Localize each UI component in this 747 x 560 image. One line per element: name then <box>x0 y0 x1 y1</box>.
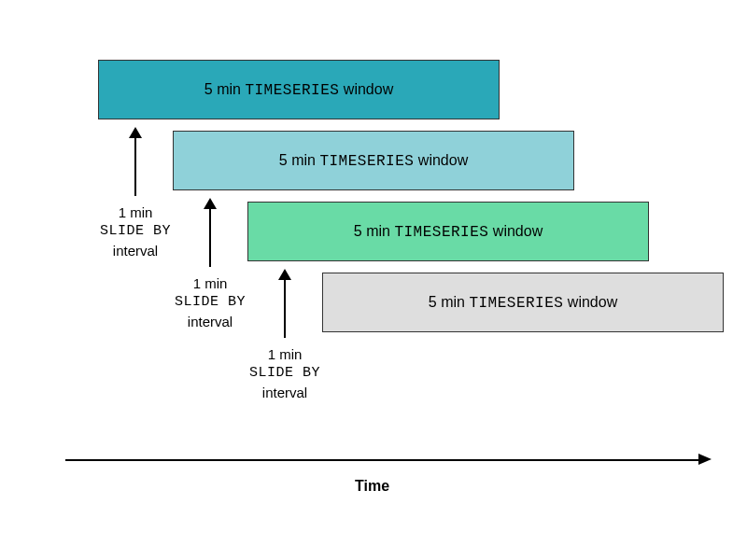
time-axis <box>65 459 700 461</box>
timeseries-window-4: 5 min TIMESERIES window <box>322 273 724 332</box>
svg-marker-5 <box>278 269 291 280</box>
window-label: 5 min TIMESERIES window <box>354 223 543 241</box>
svg-marker-3 <box>204 198 217 209</box>
arrow-up-icon <box>129 127 142 196</box>
time-axis-label: Time <box>355 478 389 495</box>
slide-by-label-1: 1 min SLIDE BY interval <box>79 203 191 260</box>
arrow-right-icon <box>698 454 712 465</box>
timeseries-window-3: 5 min TIMESERIES window <box>247 202 649 261</box>
svg-marker-1 <box>129 127 142 138</box>
window-label: 5 min TIMESERIES window <box>279 152 468 170</box>
timeseries-window-1: 5 min TIMESERIES window <box>98 60 500 119</box>
arrow-up-icon <box>204 198 217 267</box>
timeseries-window-2: 5 min TIMESERIES window <box>173 131 574 190</box>
slide-by-label-3: 1 min SLIDE BY interval <box>229 345 341 402</box>
window-label: 5 min TIMESERIES window <box>429 294 617 312</box>
slide-by-label-2: 1 min SLIDE BY interval <box>154 274 266 331</box>
window-label: 5 min TIMESERIES window <box>204 81 393 99</box>
arrow-up-icon <box>278 269 291 338</box>
